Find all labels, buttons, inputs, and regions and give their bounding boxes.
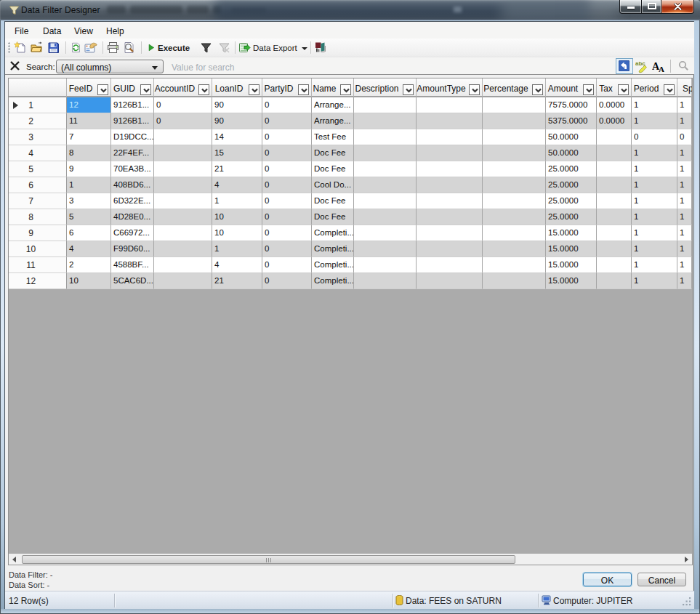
- svg-text:A: A: [659, 65, 664, 73]
